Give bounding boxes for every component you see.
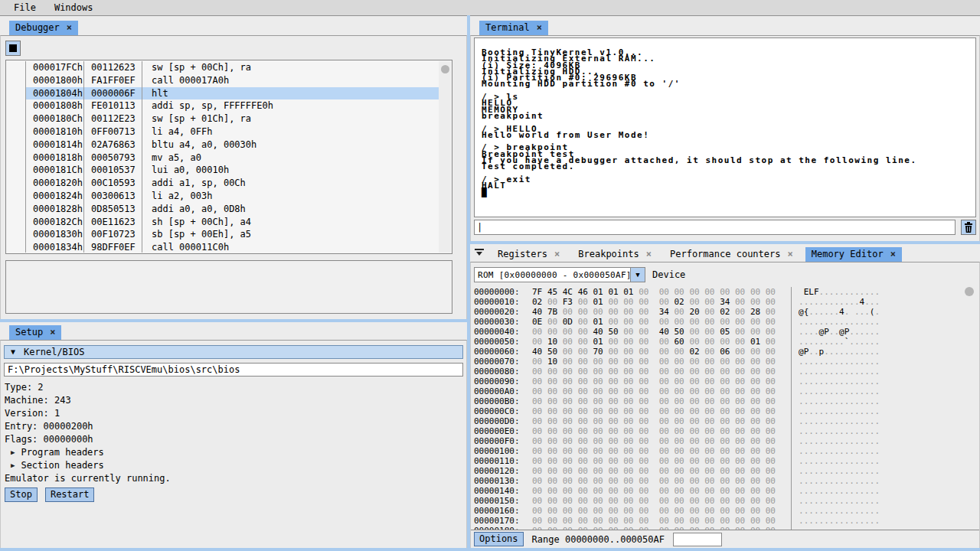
memory-row[interactable]: 00000020:40 7B 00 00 00 00 00 00 34 00 2… [474, 307, 961, 317]
memory-row[interactable]: 00000010:02 00 F3 00 01 00 00 00 00 02 0… [474, 297, 961, 307]
memory-scrollbar-thumb[interactable] [965, 287, 974, 296]
disasm-row[interactable]: 00001824h00300613li a2, 003h [6, 190, 439, 203]
breakpoint-gutter[interactable] [6, 61, 26, 74]
tab-memory-editor[interactable]: Memory Editor× [805, 247, 902, 262]
memory-row[interactable]: 00000060:40 50 00 00 70 00 00 00 00 00 0… [474, 347, 961, 357]
right-horizontal-splitter[interactable] [470, 241, 980, 244]
memory-row[interactable]: 00000070:00 10 00 00 00 00 00 00 00 00 0… [474, 357, 961, 367]
disasm-address: 00001830h [26, 228, 84, 241]
memory-bytes: 00 00 00 00 00 00 00 00 00 00 00 00 00 0… [532, 496, 791, 506]
tab-breakpoints[interactable]: Breakpoints× [572, 247, 658, 262]
memory-row[interactable]: 00000000:7F 45 4C 46 01 01 01 00 00 00 0… [474, 287, 961, 297]
tab-debugger[interactable]: Debugger × [9, 21, 78, 35]
breakpoint-gutter[interactable] [6, 164, 26, 177]
memory-row[interactable]: 000000B0:00 00 00 00 00 00 00 00 00 00 0… [474, 396, 961, 406]
device-select-value: ROM [0x00000000 - 0x000050AF] [475, 268, 630, 282]
memory-row[interactable]: 000000F0:00 00 00 00 00 00 00 00 00 00 0… [474, 436, 961, 446]
disasm-row[interactable]: 00001804h0000006Fhlt [6, 87, 439, 100]
tree-item-program-headers[interactable]: ▶Program headers [11, 446, 466, 459]
tab-setup[interactable]: Setup × [9, 325, 61, 340]
memory-row[interactable]: 00000090:00 00 00 00 00 00 00 00 00 00 0… [474, 377, 961, 386]
close-icon[interactable]: × [554, 249, 560, 259]
restart-button[interactable]: Restart [45, 487, 95, 502]
close-icon[interactable]: × [787, 249, 792, 259]
terminal-input-row: | [474, 220, 976, 235]
left-horizontal-splitter[interactable] [0, 319, 467, 322]
disasm-row[interactable]: 00001818h00050793mv a5, a0 [6, 152, 439, 165]
menu-item-windows[interactable]: Windows [54, 2, 93, 13]
memory-row[interactable]: 00000040:00 00 00 00 40 50 00 00 40 50 0… [474, 327, 961, 337]
breakpoint-gutter[interactable] [6, 87, 26, 100]
close-icon[interactable]: × [50, 327, 55, 337]
breakpoint-gutter[interactable] [6, 139, 26, 152]
device-select[interactable]: ROM [0x00000000 - 0x000050AF] ▼ [474, 267, 645, 282]
breakpoint-gutter[interactable] [6, 112, 26, 126]
memory-row[interactable]: 00000030:0E 00 0D 00 01 00 00 00 00 00 0… [474, 317, 961, 327]
disasm-row[interactable]: 00001808hFE010113addi sp, sp, FFFFFFE0h [6, 99, 439, 112]
disasm-row[interactable]: 00001814h02A76863bltu a4, a0, 00030h [6, 139, 439, 152]
memory-row[interactable]: 00000140:00 00 00 00 00 00 00 00 00 00 0… [474, 486, 961, 496]
memory-ascii: ....@P..@P...... [791, 327, 880, 337]
menu-item-file[interactable]: File [14, 2, 36, 13]
disasm-row[interactable]: 00001830h00F10723sb [sp + 00Eh], a5 [6, 228, 439, 241]
terminal-output[interactable]: Booting TinyKernel v1.0... Initializing … [474, 37, 976, 217]
breakpoint-gutter[interactable] [6, 203, 26, 216]
memory-row[interactable]: 00000120:00 00 00 00 00 00 00 00 00 00 0… [474, 466, 961, 476]
memory-row[interactable]: 00000160:00 00 00 00 00 00 00 00 00 00 0… [474, 506, 961, 516]
memory-row[interactable]: 00000110:00 00 00 00 00 00 00 00 00 00 0… [474, 456, 961, 466]
goto-address-input[interactable] [673, 533, 722, 546]
breakpoint-gutter[interactable] [6, 216, 26, 229]
chevron-down-icon[interactable]: ▼ [630, 268, 645, 282]
close-icon[interactable]: × [890, 249, 896, 259]
bottom-dock-border [0, 548, 980, 551]
memory-row[interactable]: 000000C0:00 00 00 00 00 00 00 00 00 00 0… [474, 406, 961, 416]
tab-terminal[interactable]: Terminal × [479, 21, 548, 35]
breakpoint-gutter[interactable] [6, 99, 26, 112]
bios-path-input[interactable]: F:\Projects\MyStuff\RISCVEmu\bios\src\bi… [4, 363, 463, 377]
close-icon[interactable]: × [537, 22, 542, 33]
terminal-input[interactable]: | [474, 220, 956, 235]
memory-row[interactable]: 00000080:00 00 00 00 00 00 00 00 00 00 0… [474, 367, 961, 377]
breakpoint-gutter[interactable] [6, 190, 26, 203]
memory-row[interactable]: 000000E0:00 00 00 00 00 00 00 00 00 00 0… [474, 426, 961, 436]
scrollbar-thumb[interactable] [441, 65, 449, 73]
breakpoint-gutter[interactable] [6, 228, 26, 241]
breakpoint-gutter[interactable] [6, 177, 26, 190]
disasm-row[interactable]: 0000182Ch00E11623sh [sp + 00Ch], a4 [6, 216, 439, 229]
disasm-row[interactable]: 0000181Ch00010537lui a0, 00010h [6, 164, 439, 177]
close-icon[interactable]: × [646, 249, 652, 259]
disasm-row[interactable]: 000017FCh00112623sw [sp + 00Ch], ra [6, 61, 439, 74]
disasm-row[interactable]: 00001828h0D850513addi a0, a0, 0D8h [6, 203, 439, 216]
disasm-row[interactable]: 00001810h0FF00713li a4, 0FFh [6, 126, 439, 139]
stop-execution-button[interactable] [5, 41, 21, 56]
breakpoint-gutter[interactable] [6, 152, 26, 165]
close-icon[interactable]: × [67, 22, 72, 33]
disassembly-scrollbar[interactable] [439, 61, 451, 253]
disasm-row[interactable]: 00001820h00C10593addi a1, sp, 00Ch [6, 177, 439, 190]
disasm-row[interactable]: 00001800hFA1FF0EFcall 000017A0h [6, 74, 439, 87]
tab-list-icon[interactable] [475, 249, 484, 256]
memory-row[interactable]: 000000A0:00 00 00 00 00 00 00 00 00 00 0… [474, 386, 961, 396]
options-button[interactable]: Options [474, 532, 524, 546]
memory-row[interactable]: 00000050:00 10 00 00 01 00 00 00 00 60 0… [474, 337, 961, 347]
disasm-row[interactable]: 00001834h98DFF0EFcall 000011C0h [6, 241, 439, 253]
breakpoint-gutter[interactable] [6, 126, 26, 139]
disasm-address: 00001834h [26, 241, 84, 253]
expand-arrow-icon[interactable]: ▶ [11, 446, 15, 459]
tab-performance-counters[interactable]: Performance counters× [664, 247, 799, 262]
memory-row[interactable]: 00000150:00 00 00 00 00 00 00 00 00 00 0… [474, 496, 961, 506]
memory-row[interactable]: 00000130:00 00 00 00 00 00 00 00 00 00 0… [474, 476, 961, 486]
expand-arrow-icon[interactable]: ▶ [11, 459, 15, 472]
stop-button[interactable]: Stop [5, 487, 38, 502]
breakpoint-gutter[interactable] [6, 74, 26, 87]
disasm-row[interactable]: 0000180Ch00112E23sw [sp + 01Ch], ra [6, 112, 439, 126]
hex-dump[interactable]: 00000000:7F 45 4C 46 01 01 01 00 00 00 0… [474, 287, 961, 530]
memory-row[interactable]: 000000D0:00 00 00 00 00 00 00 00 00 00 0… [474, 416, 961, 426]
tab-registers[interactable]: Registers× [492, 247, 566, 262]
memory-row[interactable]: 00000170:00 00 00 00 00 00 00 00 00 00 0… [474, 516, 961, 526]
breakpoint-gutter[interactable] [6, 241, 26, 253]
clear-terminal-button[interactable] [961, 220, 976, 235]
kernel-bios-section-header[interactable]: ▼ Kernel/BIOS [4, 345, 463, 359]
tree-item-section-headers[interactable]: ▶Section headers [11, 459, 466, 472]
memory-row[interactable]: 00000100:00 00 00 00 00 00 00 00 00 00 0… [474, 446, 961, 456]
